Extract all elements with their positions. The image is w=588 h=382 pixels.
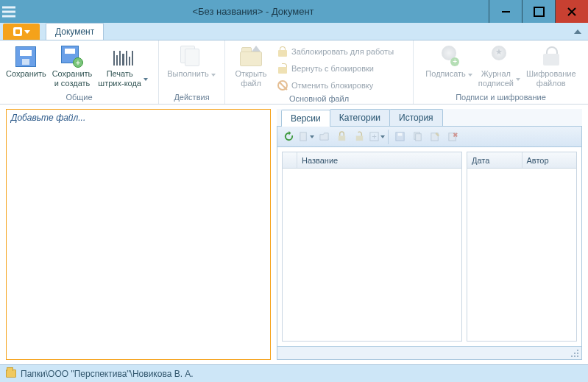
ribbon-tabstrip: Документ <box>0 23 588 40</box>
title-bar: <Без названия> - Документ <box>0 0 588 23</box>
floppy-icon <box>14 45 38 68</box>
grid-body[interactable] <box>283 169 461 341</box>
window-title: <Без названия> - Документ <box>18 0 489 23</box>
unlock-icon <box>277 63 288 74</box>
svg-rect-5 <box>355 136 362 141</box>
status-path: Папки\ООО "Перспектива"\Новикова В. А. <box>21 369 194 379</box>
ribbon-collapse-icon[interactable] <box>573 27 582 36</box>
cancel-icon <box>277 79 288 91</box>
toolbar-edit-button[interactable] <box>427 129 443 145</box>
save-button[interactable]: Сохранить <box>3 42 49 79</box>
ribbon-group-label: Основной файл <box>225 93 413 105</box>
toolbar-delete-button[interactable] <box>444 129 461 145</box>
sheets-icon <box>180 45 203 68</box>
column-date[interactable]: Дата <box>467 152 523 168</box>
folder-icon <box>6 369 16 378</box>
floppy-plus-icon: + <box>60 45 84 68</box>
ribbon: Сохранить + Сохранить и создать Печать ш… <box>0 40 588 105</box>
ribbon-tab-document[interactable]: Документ <box>46 23 104 40</box>
svg-rect-8 <box>397 133 402 136</box>
seal-star-icon <box>487 45 511 68</box>
file-drop-placeholder: Добавьте файл... <box>11 113 85 123</box>
file-drop-area[interactable]: Добавьте файл... <box>6 109 271 360</box>
pane-footer <box>277 347 582 360</box>
new-item-button[interactable] <box>298 129 314 145</box>
ribbon-group-label: Общие <box>0 92 158 104</box>
grid-body[interactable] <box>467 169 576 341</box>
svg-rect-1 <box>2 10 15 13</box>
details-tabs: Версии Категории История <box>277 109 582 127</box>
svg-rect-3 <box>300 132 306 141</box>
toolbar-lock-button[interactable] <box>333 129 350 145</box>
minimize-button[interactable] <box>489 0 522 23</box>
open-folder-icon <box>239 45 263 68</box>
column-author[interactable]: Автор <box>523 152 577 168</box>
tab-categories[interactable]: Категории <box>330 109 390 126</box>
sign-button[interactable]: + Подписать <box>422 42 475 79</box>
maximize-button[interactable] <box>522 0 555 23</box>
svg-rect-10 <box>415 134 421 141</box>
open-file-button[interactable]: Открыть файл <box>228 42 274 88</box>
app-menu-button[interactable] <box>3 24 40 40</box>
toolbar-copy-button[interactable] <box>409 129 425 145</box>
toolbar-separator <box>388 130 389 144</box>
toolbar-export-button[interactable] <box>369 129 385 145</box>
ribbon-group-label: Подписи и шифрование <box>414 92 588 104</box>
lock-button[interactable]: Заблокировать для работы <box>274 43 397 60</box>
signature-journal-button[interactable]: Журнал подписей <box>475 42 523 88</box>
execute-button[interactable]: Выполнить <box>162 42 221 79</box>
versions-grid: Название Дата Автор <box>277 147 582 347</box>
tab-history[interactable]: История <box>389 109 443 126</box>
seal-plus-icon: + <box>437 45 461 68</box>
cancel-lock-button[interactable]: Отменить блокировку <box>274 77 397 93</box>
encrypt-files-button[interactable]: Шифрование файлов <box>523 42 579 88</box>
padlock-icon <box>539 45 563 68</box>
barcode-icon <box>111 45 135 68</box>
resize-grip-icon[interactable] <box>571 350 580 358</box>
tab-versions[interactable]: Версии <box>281 110 330 127</box>
svg-rect-4 <box>338 136 344 141</box>
save-and-create-button[interactable]: + Сохранить и создать <box>49 42 96 88</box>
lock-icon <box>277 46 288 57</box>
svg-rect-2 <box>2 15 15 17</box>
print-barcode-button[interactable]: Печать штрих-кода <box>95 42 151 88</box>
system-menu-icon[interactable] <box>0 0 18 23</box>
status-bar: Папки\ООО "Перспектива"\Новикова В. А. <box>0 364 588 382</box>
column-name[interactable]: Название <box>297 152 461 168</box>
svg-rect-0 <box>2 6 15 8</box>
versions-toolbar <box>277 127 582 147</box>
toolbar-unlock-button[interactable] <box>351 129 367 145</box>
refresh-button[interactable] <box>280 129 297 145</box>
unlock-button[interactable]: Вернуть с блокировки <box>274 60 397 77</box>
close-button[interactable] <box>555 0 588 23</box>
details-pane: Версии Категории История <box>277 109 582 360</box>
toolbar-save-button[interactable] <box>392 129 408 145</box>
open-item-button[interactable] <box>316 129 332 145</box>
ribbon-group-label: Действия <box>159 92 224 104</box>
